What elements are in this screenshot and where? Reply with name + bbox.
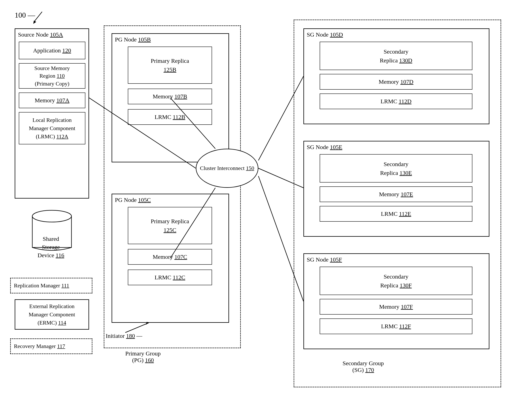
application-box: Application 120 bbox=[19, 42, 85, 59]
sg-node-e-title: SG Node 105E bbox=[307, 144, 342, 150]
sg-node-d-title: SG Node 105D bbox=[307, 31, 343, 38]
lrmc-112d-label: LRMC 112D bbox=[380, 98, 411, 105]
source-memory-label: Source MemoryRegion 110(Primary Copy) bbox=[34, 64, 70, 87]
sg-node-d-box: SG Node 105D SecondaryReplica 130D Memor… bbox=[304, 28, 489, 124]
memory-107d-box: Memory 107D bbox=[320, 74, 472, 90]
lrmc-112a-label: Local ReplicationManager Component(LRMC)… bbox=[29, 116, 75, 141]
memory-107c-box: Memory 107C bbox=[128, 249, 212, 265]
diagram: 100 — Source Node 105A Application 120 S… bbox=[0, 0, 517, 420]
lrmc-112f-label: LRMC 112F bbox=[381, 323, 411, 330]
memory-107a-box: Memory 107A bbox=[19, 92, 85, 108]
memory-107b-box: Memory 107B bbox=[128, 89, 212, 104]
primary-replica-c-label: Primary Replica125C bbox=[151, 217, 189, 234]
memory-107e-label: Memory 107E bbox=[379, 191, 413, 198]
lrmc-112f-box: LRMC 112F bbox=[320, 318, 472, 334]
ermc-label: External ReplicationManager Component(ER… bbox=[29, 302, 75, 327]
pg-node-c-box: PG Node 105C Primary Replica125C Memory … bbox=[112, 194, 229, 323]
replication-manager-box: Replication Manager 111 bbox=[10, 278, 92, 293]
sg-node-f-title: SG Node 105F bbox=[307, 256, 342, 263]
source-memory-box: Source MemoryRegion 110(Primary Copy) bbox=[19, 63, 85, 89]
memory-107d-label: Memory 107D bbox=[379, 78, 413, 85]
shared-storage-label: SharedStorageDevice 116 bbox=[23, 235, 78, 259]
lrmc-112c-label: LRMC 112C bbox=[155, 274, 185, 281]
primary-replica-c-box: Primary Replica125C bbox=[128, 207, 212, 244]
ermc-box: External ReplicationManager Component(ER… bbox=[15, 299, 89, 330]
source-node-title: Source Node 105A bbox=[18, 31, 63, 38]
secondary-group-label: Secondary Group(SG) 170 bbox=[342, 360, 384, 373]
lrmc-112a-box: Local ReplicationManager Component(LRMC)… bbox=[19, 112, 85, 144]
primary-replica-b-label: Primary Replica125B bbox=[151, 56, 189, 74]
lrmc-112e-box: LRMC 112E bbox=[320, 206, 472, 222]
pg-node-c-title: PG Node 105C bbox=[115, 197, 151, 203]
lrmc-112c-box: LRMC 112C bbox=[128, 270, 212, 285]
primary-group-label: Primary Group(PG) 160 bbox=[125, 350, 161, 363]
replication-manager-label: Replication Manager 111 bbox=[14, 283, 69, 289]
svg-point-3 bbox=[32, 210, 71, 222]
primary-replica-b-box: Primary Replica125B bbox=[128, 46, 212, 84]
cluster-interconnect-label: Cluster Interconnect 150 bbox=[200, 164, 254, 172]
secondary-replica-e-label: SecondaryReplica 130E bbox=[380, 160, 412, 177]
cluster-interconnect-ellipse: Cluster Interconnect 150 bbox=[196, 149, 258, 188]
lrmc-112e-label: LRMC 112E bbox=[381, 210, 411, 217]
svg-line-0 bbox=[34, 12, 42, 22]
initiator-label: Initiator 180 — bbox=[106, 333, 142, 339]
sg-node-f-box: SG Node 105F SecondaryReplica 130F Memor… bbox=[304, 253, 489, 349]
secondary-replica-f-label: SecondaryReplica 130F bbox=[380, 272, 412, 290]
secondary-replica-e-box: SecondaryReplica 130E bbox=[320, 154, 472, 182]
pg-node-b-box: PG Node 105B Primary Replica125B Memory … bbox=[112, 33, 229, 162]
secondary-replica-d-label: SecondaryReplica 130D bbox=[380, 47, 412, 65]
memory-107a-label: Memory 107A bbox=[35, 97, 69, 104]
memory-107c-label: Memory 107C bbox=[153, 254, 187, 260]
lrmc-112b-box: LRMC 112B bbox=[128, 109, 212, 125]
sg-node-e-box: SG Node 105E SecondaryReplica 130E Memor… bbox=[304, 141, 489, 237]
recovery-manager-label: Recovery Manager 117 bbox=[14, 343, 65, 349]
secondary-replica-f-box: SecondaryReplica 130F bbox=[320, 267, 472, 295]
memory-107e-box: Memory 107E bbox=[320, 187, 472, 202]
lrmc-112b-label: LRMC 112B bbox=[155, 114, 185, 120]
memory-107b-label: Memory 107B bbox=[153, 93, 187, 100]
memory-107f-box: Memory 107F bbox=[320, 299, 472, 315]
application-label: Application 120 bbox=[33, 47, 71, 54]
secondary-replica-d-box: SecondaryReplica 130D bbox=[320, 42, 472, 70]
arrow-100 bbox=[30, 10, 50, 25]
pg-node-b-title: PG Node 105B bbox=[115, 36, 151, 43]
memory-107f-label: Memory 107F bbox=[379, 303, 413, 310]
source-node-box: Source Node 105A Application 120 Source … bbox=[15, 28, 89, 199]
lrmc-112d-box: LRMC 112D bbox=[320, 93, 472, 109]
recovery-manager-box: Recovery Manager 117 bbox=[10, 338, 92, 354]
